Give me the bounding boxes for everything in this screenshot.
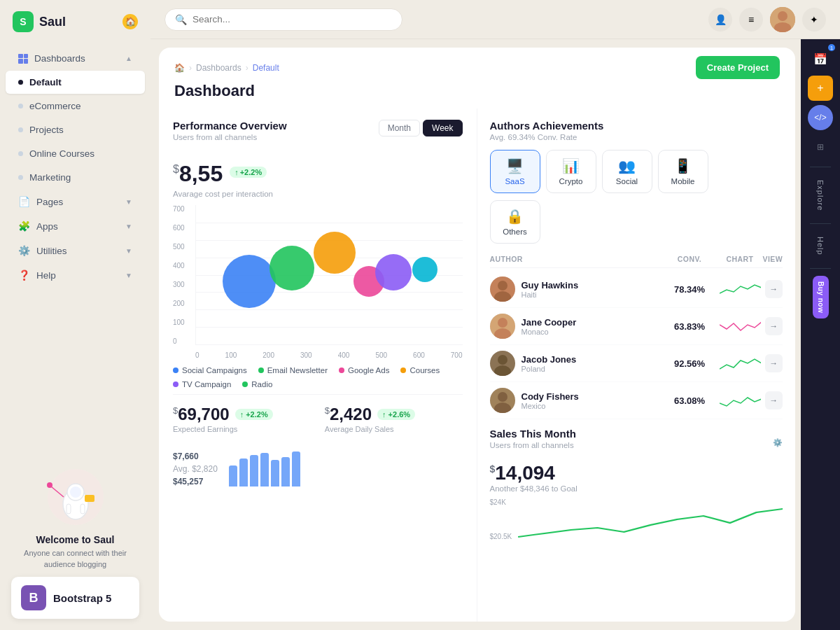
help-icon: ❓ bbox=[18, 270, 30, 281]
search-input[interactable] bbox=[192, 14, 392, 24]
breadcrumb-dashboards[interactable]: Dashboards bbox=[196, 63, 241, 73]
col-chart-view: CHART VIEW bbox=[720, 255, 783, 263]
sidebar-bottom: Welcome to Saul Anyone can connect with … bbox=[0, 454, 150, 630]
chevron-icon: ▼ bbox=[125, 198, 132, 206]
active-dot bbox=[18, 80, 23, 85]
legend-dot bbox=[258, 368, 264, 373]
tab-saas[interactable]: 🖥️ SaaS bbox=[490, 150, 540, 193]
buy-now-button[interactable]: Buy now bbox=[813, 276, 829, 318]
grid-icon-side[interactable]: ⊞ bbox=[808, 134, 833, 160]
author-name-guy: Guy Hawkins bbox=[522, 280, 579, 290]
add-icon[interactable]: + bbox=[808, 76, 833, 101]
author-info-jacob: Jacob Jones Poland bbox=[490, 351, 660, 376]
view-btn-cody[interactable]: → bbox=[765, 391, 783, 410]
menu-button[interactable]: ≡ bbox=[739, 8, 763, 31]
col-author: AUTHOR bbox=[490, 255, 660, 263]
sidebar-item-pages[interactable]: 📄 Pages ▼ bbox=[6, 190, 145, 214]
author-country-cody: Mexico bbox=[522, 402, 579, 410]
legend-dot bbox=[339, 368, 344, 373]
value-2: Avg. $2,820 bbox=[173, 464, 218, 474]
sidebar-item-marketing[interactable]: Marketing bbox=[6, 166, 145, 189]
dot-icon bbox=[18, 151, 23, 156]
chart-area bbox=[195, 205, 463, 345]
sales-title: Sales This Month bbox=[490, 428, 576, 440]
notifications-button[interactable]: 👤 bbox=[708, 8, 732, 31]
breadcrumb: 🏠 › Dashboards › Default bbox=[174, 63, 279, 73]
stat-earnings-value: $69,700 bbox=[173, 405, 230, 424]
tab-mobile[interactable]: 📱 Mobile bbox=[658, 150, 708, 193]
author-country-jane: Monaco bbox=[522, 328, 577, 336]
bubble-chart: 7006005004003002001000 bbox=[173, 205, 463, 359]
sidebar-item-dashboards[interactable]: Dashboards ▲ bbox=[6, 47, 145, 70]
legend-email: Email Newsletter bbox=[258, 366, 328, 374]
settings-icon-sales[interactable]: ⚙️ bbox=[773, 438, 783, 447]
sidebar-label-default: Default bbox=[29, 77, 62, 88]
view-btn-jane[interactable]: → bbox=[765, 317, 783, 335]
dashboard-grid: Performance Overview Users from all chan… bbox=[159, 108, 795, 622]
mini-bar-chart bbox=[229, 444, 300, 486]
svg-point-16 bbox=[498, 318, 507, 328]
bottom-values: $7,660 Avg. $2,820 $45,257 bbox=[173, 451, 218, 486]
sidebar-label-dashboards: Dashboards bbox=[34, 53, 85, 64]
avatar-jane bbox=[490, 314, 515, 339]
sidebar-item-apps[interactable]: 🧩 Apps ▼ bbox=[6, 214, 145, 238]
legend-dot bbox=[173, 382, 178, 387]
legend-radio: Radio bbox=[242, 380, 272, 388]
bootstrap-label: Bootstrap 5 bbox=[53, 592, 111, 604]
stat-earnings: $69,700 ↑ +2.2% Expected Earnings bbox=[173, 405, 311, 433]
search-bar[interactable]: 🔍 bbox=[164, 8, 402, 31]
sidebar-item-utilities[interactable]: ⚙️ Utilities ▼ bbox=[6, 239, 145, 262]
tab-week[interactable]: Week bbox=[423, 120, 462, 136]
author-row-guy: Guy Hawkins Haiti 78.34% → bbox=[490, 271, 783, 308]
sidebar-item-help[interactable]: ❓ Help ▼ bbox=[6, 263, 145, 287]
side-divider-3 bbox=[810, 268, 831, 269]
bubble-1 bbox=[223, 255, 276, 308]
legend-social: Social Campaigns bbox=[173, 366, 247, 374]
bottom-stats: $7,660 Avg. $2,820 $45,257 bbox=[173, 444, 463, 486]
chevron-icon: ▲ bbox=[125, 55, 132, 62]
sidebar-item-ecommerce[interactable]: eCommerce bbox=[6, 94, 145, 118]
legend-courses: Courses bbox=[400, 366, 440, 374]
bar-6 bbox=[281, 457, 290, 486]
create-project-button[interactable]: Create Project bbox=[696, 56, 780, 79]
explore-label[interactable]: Explore bbox=[816, 174, 825, 216]
tab-others[interactable]: 🔒 Others bbox=[490, 200, 540, 244]
bubble-3 bbox=[314, 232, 356, 274]
code-icon[interactable]: </> bbox=[808, 105, 833, 130]
calendar-icon[interactable]: 📅 1 bbox=[808, 46, 833, 71]
tab-month[interactable]: Month bbox=[379, 120, 420, 136]
col-conv: CONV. bbox=[665, 255, 714, 263]
stat-daily: $2,420 ↑ +2.6% Average Daily Sales bbox=[325, 405, 463, 433]
settings-button[interactable]: ✦ bbox=[802, 8, 826, 31]
left-panel: Performance Overview Users from all chan… bbox=[159, 108, 477, 622]
authors-title: Authors Achievements bbox=[490, 120, 783, 132]
conv-jane: 63.83% bbox=[665, 321, 714, 332]
chevron-icon: ▼ bbox=[125, 247, 132, 255]
sidebar-item-projects[interactable]: Projects bbox=[6, 118, 145, 141]
authors-table-header: AUTHOR CONV. CHART VIEW bbox=[490, 251, 783, 268]
svg-point-10 bbox=[778, 11, 788, 21]
tab-crypto[interactable]: 📊 Crypto bbox=[546, 150, 596, 193]
crypto-icon: 📊 bbox=[562, 158, 580, 174]
social-label: Social bbox=[616, 177, 638, 186]
breadcrumb-current: Default bbox=[253, 63, 279, 73]
tab-social[interactable]: 👥 Social bbox=[602, 150, 652, 193]
sidebar-item-online-courses[interactable]: Online Courses bbox=[6, 142, 145, 165]
metric-label: Avarage cost per interaction bbox=[173, 190, 463, 198]
svg-rect-4 bbox=[66, 504, 71, 514]
home-icon: 🏠 bbox=[174, 63, 185, 73]
view-btn-guy[interactable]: → bbox=[765, 280, 783, 298]
apps-icon: 🧩 bbox=[18, 220, 30, 232]
stat-daily-label: Average Daily Sales bbox=[325, 425, 463, 433]
help-label[interactable]: Help bbox=[816, 231, 825, 261]
svg-point-13 bbox=[498, 281, 507, 290]
svg-rect-8 bbox=[85, 495, 94, 502]
grid-icon bbox=[18, 54, 28, 64]
avatar[interactable] bbox=[770, 7, 795, 32]
mobile-icon: 📱 bbox=[674, 158, 692, 174]
utilities-icon: ⚙️ bbox=[18, 245, 30, 256]
view-btn-jacob[interactable]: → bbox=[765, 354, 783, 372]
author-row-jane: Jane Cooper Monaco 63.83% → bbox=[490, 308, 783, 345]
header-icons: 👤 ≡ ✦ bbox=[708, 7, 826, 32]
sidebar-item-default[interactable]: Default bbox=[6, 71, 145, 94]
